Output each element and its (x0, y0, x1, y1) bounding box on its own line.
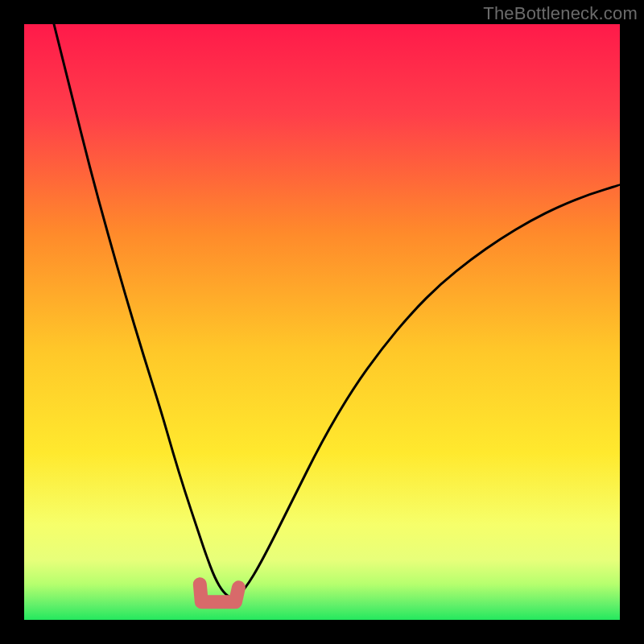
bottleneck-chart (24, 24, 620, 620)
chart-frame: TheBottleneck.com (0, 0, 644, 644)
watermark-label: TheBottleneck.com (483, 3, 638, 24)
gradient-background (24, 24, 620, 620)
